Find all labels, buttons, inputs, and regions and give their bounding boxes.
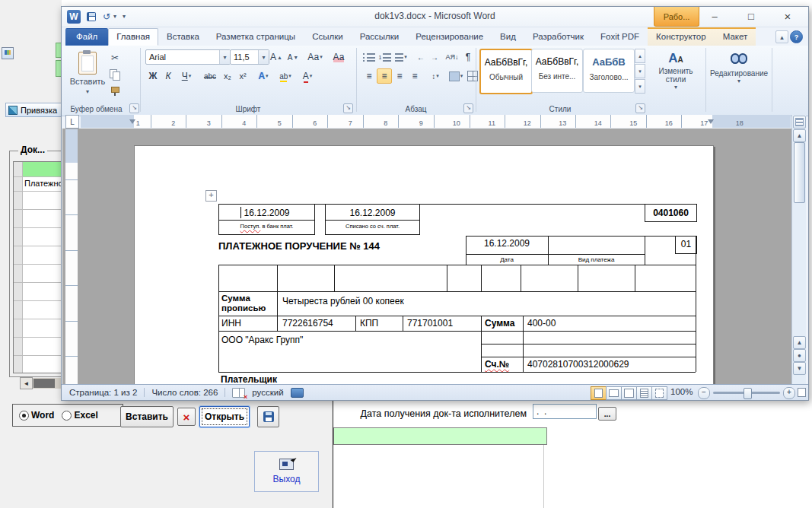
- grid-row[interactable]: [14, 356, 61, 373]
- scroll-thumb[interactable]: [33, 379, 55, 388]
- maximize-button[interactable]: □: [736, 7, 766, 26]
- zoom-slider[interactable]: [713, 392, 780, 394]
- type-code-value[interactable]: 01: [676, 239, 696, 249]
- account-value[interactable]: 40702810700312000629: [527, 359, 629, 370]
- result-input[interactable]: [333, 427, 547, 445]
- change-case-button[interactable]: Аа▾: [304, 49, 326, 65]
- previous-page-icon[interactable]: ▲: [793, 336, 806, 349]
- bold-button[interactable]: Ж: [145, 68, 161, 84]
- document-page[interactable]: + 16.12.2009 Поступ. в банк плат. 16.12.…: [134, 145, 714, 386]
- tab-mailings[interactable]: Рассылки: [352, 28, 408, 46]
- amount-value[interactable]: 400-00: [527, 318, 556, 329]
- grid-row[interactable]: [14, 338, 61, 356]
- date-off-caption[interactable]: Списано со сч. плат.: [326, 223, 419, 230]
- account-caption[interactable]: Сч.№: [485, 359, 509, 370]
- open-button[interactable]: Открыть: [199, 406, 250, 427]
- date-off-cell[interactable]: 16.12.2009 Списано со сч. плат.: [325, 204, 420, 235]
- grid-header-row[interactable]: [14, 162, 61, 177]
- form-code-cell[interactable]: 0401060: [645, 204, 697, 222]
- paragraph-dialog-launcher[interactable]: ↘: [463, 103, 473, 113]
- tab-developer[interactable]: Разработчик: [524, 28, 592, 46]
- grid-row[interactable]: [14, 192, 61, 210]
- font-name-combo[interactable]: Arial▾: [145, 49, 231, 65]
- inn-value[interactable]: 7722616754: [282, 318, 333, 329]
- tab-review[interactable]: Рецензирование: [407, 28, 492, 46]
- indent-marker-left[interactable]: [129, 119, 135, 124]
- highlight-button[interactable]: ab▾: [275, 68, 296, 84]
- strikethrough-button[interactable]: abc: [200, 68, 220, 84]
- ruler-toggle-button[interactable]: [793, 116, 806, 129]
- close-button[interactable]: ×: [772, 7, 803, 26]
- tab-stop-selector[interactable]: L: [65, 115, 79, 129]
- radio-word[interactable]: Word: [19, 410, 54, 421]
- numbering-button[interactable]: 1: [377, 49, 393, 65]
- undo-icon[interactable]: ↺: [100, 10, 113, 24]
- amount-words-value[interactable]: Четыреста рублей 00 копеек: [282, 296, 404, 306]
- delete-button[interactable]: ×: [177, 408, 196, 426]
- zoom-slider-thumb[interactable]: [744, 388, 752, 399]
- shrink-font-button[interactable]: А▼: [285, 49, 301, 65]
- undo-dropdown-icon[interactable]: ▾: [113, 13, 116, 20]
- indent-marker-right[interactable]: [708, 119, 714, 124]
- titlebar[interactable]: W ↺ ▾ ▾ dok1v3.docx - Microsoft Word Раб…: [62, 7, 808, 27]
- view-print-layout-button[interactable]: [591, 386, 607, 400]
- tab-view[interactable]: Вид: [492, 28, 524, 46]
- exit-button[interactable]: Выход: [254, 451, 319, 492]
- increase-indent-button[interactable]: →: [427, 49, 442, 65]
- view-fullscreen-button[interactable]: [606, 386, 622, 400]
- radio-excel[interactable]: Excel: [62, 410, 97, 421]
- multilevel-list-button[interactable]: ▾: [393, 49, 409, 65]
- kpp-value[interactable]: 771701001: [407, 318, 453, 329]
- justify-button[interactable]: ≡: [407, 68, 422, 84]
- date-received-input[interactable]: [533, 404, 597, 419]
- zoom-out-icon[interactable]: −: [698, 387, 710, 399]
- select-browse-object-icon[interactable]: ●: [793, 349, 806, 362]
- help-icon[interactable]: ?: [790, 30, 803, 43]
- font-color-button[interactable]: А▾: [298, 68, 317, 84]
- subscript-button[interactable]: x₂: [220, 68, 235, 84]
- grid-row[interactable]: [14, 301, 61, 319]
- grid-row[interactable]: [14, 319, 61, 338]
- doc-title[interactable]: ПЛАТЕЖНОЕ ПОРУЧЕНИЕ № 144: [218, 240, 380, 252]
- tab-home[interactable]: Главная: [108, 28, 158, 46]
- inn-caption[interactable]: ИНН: [221, 318, 241, 329]
- date-in-value[interactable]: 16.12.2009: [219, 208, 314, 218]
- show-marks-button[interactable]: ¶: [460, 49, 476, 65]
- insert-button[interactable]: Вставить: [120, 406, 174, 427]
- tab-design[interactable]: Конструктор: [648, 28, 715, 46]
- scroll-left-icon[interactable]: ◄: [20, 377, 33, 389]
- shading-button[interactable]: ▾: [447, 68, 465, 84]
- grid-row[interactable]: Платежно...: [14, 177, 61, 192]
- styles-dialog-launcher[interactable]: ↘: [635, 103, 645, 113]
- next-page-icon[interactable]: ▼: [793, 362, 806, 375]
- tab-file[interactable]: Файл: [65, 28, 108, 46]
- line-spacing-button[interactable]: ↕▾: [425, 68, 445, 84]
- doc-grid[interactable]: Платежно...: [13, 161, 62, 373]
- tab-table-layout[interactable]: Макет: [715, 28, 756, 46]
- cut-button[interactable]: ✂: [107, 50, 123, 65]
- date-picker-button[interactable]: ...: [598, 407, 616, 421]
- kpp-caption[interactable]: КПП: [360, 318, 378, 329]
- align-left-button[interactable]: ≡: [361, 68, 377, 84]
- date-in-cell[interactable]: 16.12.2009 Поступ. в банк плат.: [218, 204, 315, 235]
- status-word-count[interactable]: Число слов: 266: [151, 388, 218, 397]
- minimize-button[interactable]: –: [699, 7, 730, 26]
- text-effects-button[interactable]: А▾: [253, 68, 273, 84]
- sort-button[interactable]: АЯ↓: [442, 49, 462, 65]
- editing-button[interactable]: Редактирование ▾: [706, 53, 772, 84]
- view-draft-button[interactable]: [651, 386, 667, 400]
- amount-caption[interactable]: Сумма: [485, 318, 514, 329]
- font-size-combo[interactable]: 11,5▾: [230, 49, 269, 65]
- grid-row[interactable]: [14, 210, 61, 228]
- font-dialog-launcher[interactable]: ↘: [343, 103, 353, 113]
- tab-page-layout[interactable]: Разметка страницы: [208, 28, 304, 46]
- view-outline-button[interactable]: [636, 386, 652, 400]
- amount-words-caption[interactable]: Суммапрописью: [221, 294, 275, 313]
- grid-row[interactable]: [14, 228, 61, 246]
- doc-date-value[interactable]: 16.12.2009: [466, 238, 548, 249]
- date-off-value[interactable]: 16.12.2009: [326, 208, 419, 218]
- tab-foxit-pdf[interactable]: Foxit PDF: [592, 28, 648, 46]
- grid-row[interactable]: [14, 283, 61, 301]
- qat-customize-icon[interactable]: ▾: [123, 13, 126, 20]
- style-heading[interactable]: АаБбВ Заголово...: [583, 49, 635, 93]
